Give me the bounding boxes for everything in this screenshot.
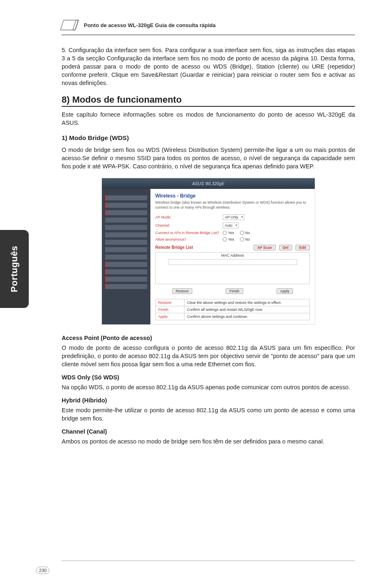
language-tab: Português	[0, 230, 29, 308]
connect-row: Connect to APs in Remote Bridge List? Ye…	[155, 231, 310, 235]
section-8-heading: 8) Modos de funcionamento	[62, 94, 355, 105]
remote-bridge-list-heading: Remote Bridge List AP Scan Del Edit	[155, 245, 310, 250]
radio-yes-label: Yes	[228, 237, 234, 241]
table-row: Finish: Confirm all settings and restart…	[156, 306, 310, 313]
language-tab-label: Português	[9, 246, 20, 292]
edit-button[interactable]: Edit	[295, 245, 310, 250]
remote-bridge-list-label: Remote Bridge List	[155, 245, 193, 250]
channel-paragraph: Ambos os pontos de acesso no modo de bri…	[62, 437, 355, 446]
channel-row: Channel: Auto	[155, 223, 310, 228]
anon-row: Allow anonymous? Yes No	[155, 237, 310, 241]
router-config-screenshot: ASUS WL320gE Wireless - Bridge Wireless …	[101, 178, 315, 324]
restore-button[interactable]: Restore	[172, 288, 193, 294]
del-button[interactable]: Del	[279, 245, 292, 250]
table-row: Apply: Confirm above settings and contin…	[156, 313, 310, 320]
section-8-rule	[62, 106, 355, 107]
page-number: 230	[36, 567, 49, 574]
finish-row-text: Confirm all settings and restart WL320gE…	[184, 306, 310, 313]
action-description-table: Restore: Clear the above settings and re…	[155, 299, 310, 320]
screenshot-sidebar	[102, 189, 150, 324]
sidebar-item[interactable]	[105, 218, 147, 223]
action-buttons-row: Restore Finish Apply	[155, 288, 310, 294]
footer-rule	[62, 560, 355, 561]
channel-heading: Channel (Canal)	[62, 428, 355, 435]
anon-yes-radio[interactable]: Yes	[223, 237, 234, 241]
finish-button[interactable]: Finish	[226, 288, 243, 294]
hybrid-paragraph: Este modo permite-lhe utilizar o ponto d…	[62, 406, 355, 423]
sidebar-item[interactable]	[105, 262, 147, 267]
document-page: Português Ponto de acesso WL-320gE Guia …	[0, 0, 392, 588]
page-header: Ponto de acesso WL-320gE Guia de consult…	[62, 20, 355, 31]
radio-no-label: No	[245, 237, 250, 241]
radio-yes-label: Yes	[228, 231, 234, 235]
bridge-mode-paragraph: O modo de bridge sem fios ou WDS (Wirele…	[62, 146, 355, 170]
apply-button[interactable]: Apply	[277, 288, 293, 294]
apply-row-label: Apply:	[156, 313, 184, 320]
finish-row-label: Finish:	[156, 306, 184, 313]
wds-only-paragraph: Na opção WDS, o ponto de acesso 802.11g …	[62, 383, 355, 391]
sidebar-item[interactable]	[105, 255, 147, 260]
mac-address-input[interactable]	[168, 259, 297, 265]
connect-label: Connect to APs in Remote Bridge List?	[155, 231, 220, 235]
ap-mode-label: AP Mode:	[155, 215, 220, 219]
step-5-paragraph: 5. Configuração da interface sem fios. P…	[62, 46, 355, 87]
screenshot-titlebar: ASUS WL320gE	[102, 178, 315, 189]
ap-mode-row: AP Mode: AP Only	[155, 214, 310, 220]
connect-yes-radio[interactable]: Yes	[223, 231, 234, 235]
access-point-paragraph: O modo de ponto de acesso configura o po…	[62, 344, 355, 368]
sidebar-item[interactable]	[105, 247, 147, 252]
wireless-bridge-heading: Wireless - Bridge	[155, 193, 310, 199]
header-rule	[62, 34, 355, 35]
sidebar-item[interactable]	[105, 195, 147, 200]
wireless-bridge-desc: Wireless bridge (also known as Wireless …	[155, 200, 310, 210]
sidebar-item[interactable]	[105, 240, 147, 245]
hybrid-heading: Hybrid (Híbrido)	[62, 397, 355, 404]
screenshot-main: Wireless - Bridge Wireless bridge (also …	[150, 189, 315, 324]
connect-no-radio[interactable]: No	[240, 231, 250, 235]
mac-address-box: MAC Address	[155, 252, 310, 284]
section-8-intro: Este capítulo fornece informações sobre …	[62, 111, 355, 127]
table-row: Restore: Clear the above settings and re…	[156, 299, 310, 306]
sidebar-item[interactable]	[105, 284, 147, 289]
mac-address-header: MAC Address	[156, 253, 309, 258]
sidebar-item[interactable]	[105, 269, 147, 274]
channel-select[interactable]: Auto	[223, 223, 239, 228]
access-point-heading: Access Point (Ponto de acesso)	[62, 335, 355, 341]
restore-row-label: Restore:	[156, 299, 184, 306]
wds-only-heading: WDS Only (Só WDS)	[62, 374, 355, 381]
restore-row-text: Clear the above settings and restore the…	[184, 299, 310, 306]
bridge-mode-heading: 1) Modo Bridge (WDS)	[62, 134, 355, 142]
sidebar-item[interactable]	[105, 232, 147, 237]
ap-scan-button[interactable]: AP Scan	[254, 245, 276, 250]
radio-no-label: No	[245, 231, 250, 235]
screenshot-body: Wireless - Bridge Wireless bridge (also …	[102, 189, 315, 324]
anon-no-radio[interactable]: No	[240, 237, 250, 241]
sidebar-item[interactable]	[105, 225, 147, 230]
apply-row-text: Confirm above settings and continue.	[184, 313, 310, 320]
sidebar-item[interactable]	[105, 210, 147, 215]
ap-mode-select[interactable]: AP Only	[223, 214, 244, 220]
anon-label: Allow anonymous?	[155, 237, 220, 241]
sidebar-item[interactable]	[105, 277, 147, 282]
header-title: Ponto de acesso WL-320gE Guia de consult…	[84, 22, 216, 28]
channel-label: Channel:	[155, 223, 220, 227]
document-icon	[62, 20, 79, 30]
sidebar-item[interactable]	[105, 203, 147, 208]
